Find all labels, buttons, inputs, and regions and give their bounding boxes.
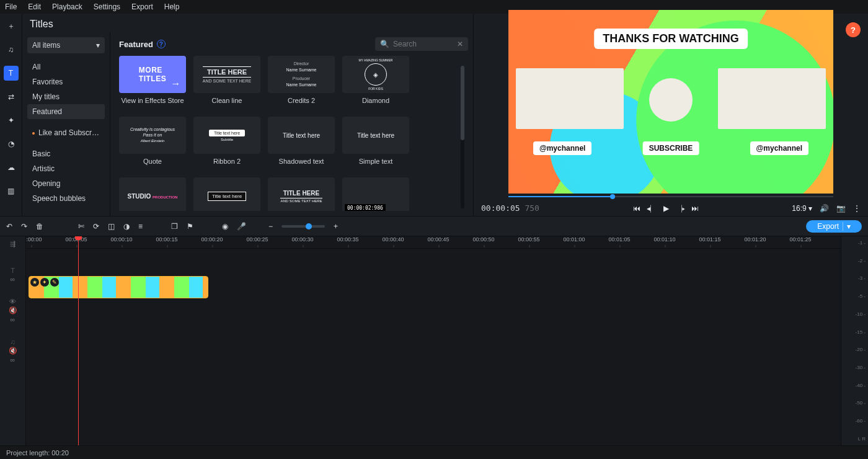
title-card[interactable]: 00:00:02:986 xyxy=(342,177,409,211)
export-caret-icon[interactable]: ▾ xyxy=(843,222,851,231)
project-length: Project length: 00:20 xyxy=(6,449,69,457)
menu-playback[interactable]: Playback xyxy=(52,2,82,11)
preview-sub-right: @mychannel xyxy=(750,141,808,155)
side-item[interactable]: Favorites xyxy=(27,74,105,89)
search-field[interactable]: 🔍 ✕ xyxy=(375,37,468,51)
title-card[interactable]: Title text here xyxy=(193,177,260,211)
delete-icon[interactable]: 🗑 xyxy=(36,222,43,231)
clear-icon[interactable]: ✕ xyxy=(457,40,463,48)
video-clip[interactable]: ★ ✦ ✎ xyxy=(29,276,208,298)
elements-icon[interactable]: ◔ xyxy=(4,136,19,151)
search-icon: 🔍 xyxy=(380,40,389,48)
menu-help[interactable]: Help xyxy=(164,2,180,11)
more-icon[interactable]: ⋮ xyxy=(853,204,861,213)
properties-icon[interactable]: ≡ xyxy=(138,222,143,231)
more-tools-icon[interactable]: ▥ xyxy=(4,184,19,198)
meter-mark: -60 - xyxy=(844,418,866,424)
record-icon[interactable]: ◉ xyxy=(222,222,228,231)
title-card[interactable]: MORETITLES→View in Effects Store xyxy=(119,56,186,104)
rotate-icon[interactable]: ⟳ xyxy=(93,222,99,231)
meter-mark: -50 - xyxy=(844,400,866,406)
link3-icon[interactable]: ∞ xyxy=(11,356,16,363)
effects-icon[interactable]: ✦ xyxy=(4,113,19,128)
category-dropdown[interactable]: All items ▾ xyxy=(27,37,105,53)
mic-icon[interactable]: 🎤 xyxy=(237,222,246,231)
redo-icon[interactable]: ↷ xyxy=(21,222,27,231)
marker-icon[interactable]: ⚑ xyxy=(187,222,193,231)
preview-sub-mid: SUBSCRIBE xyxy=(643,141,699,155)
titles-grid: MORETITLES→View in Effects StoreTITLE HE… xyxy=(119,56,462,211)
side-item[interactable]: All xyxy=(27,60,105,74)
side-item[interactable]: Speech bubbles xyxy=(27,191,105,206)
title-track-icon[interactable]: T xyxy=(11,267,15,274)
undo-icon[interactable]: ↶ xyxy=(6,222,12,231)
title-card[interactable]: TITLE HEREAND SOME TEXT HEREClean line xyxy=(193,56,260,104)
meter-mark: -30 - xyxy=(844,365,866,370)
skip-start-icon[interactable]: ⏮ xyxy=(633,204,640,213)
zoom-slider[interactable] xyxy=(281,225,325,228)
link-icon[interactable]: ∞ xyxy=(11,275,16,283)
preview-canvas[interactable]: THANKS FOR WATCHING @mychannel SUBSCRIBE… xyxy=(508,10,833,194)
aspect-ratio[interactable]: 16:9 ▾ xyxy=(792,204,812,213)
section-heading: Featured xyxy=(119,40,153,49)
timeline-body[interactable]: 00:00:0000:00:0500:00:1000:00:1500:00:20… xyxy=(26,236,841,445)
menu-settings[interactable]: Settings xyxy=(94,2,120,11)
crop-icon[interactable]: ◫ xyxy=(108,222,115,231)
title-card[interactable]: TITLE HEREAND SOME TEXT HERE xyxy=(268,177,335,211)
title-card[interactable]: STUDIO PRODUCTION xyxy=(119,177,186,211)
mute2-icon[interactable]: 🔇 xyxy=(9,347,17,355)
titles-panel: Titles All items ▾ AllFavoritesMy titles… xyxy=(22,14,474,216)
mute-icon[interactable]: 🔇 xyxy=(9,306,17,314)
timeline-toolbar: ↶ ↷ 🗑 ✄ ⟳ ◫ ◑ ≡ ❐ ⚑ ◉ 🎤 − + Export▾ xyxy=(0,216,868,236)
overlay-icon[interactable]: ❐ xyxy=(171,222,178,231)
export-button[interactable]: Export▾ xyxy=(806,220,862,233)
preview-seek-bar[interactable] xyxy=(508,194,833,200)
title-card[interactable]: Title text hereShadowed text xyxy=(268,117,335,165)
transitions-icon[interactable]: ⇄ xyxy=(4,89,19,104)
audio-meters: -1 --2 --3 --5 --10 --15 --20 --30 --40 … xyxy=(841,236,868,445)
playhead[interactable] xyxy=(78,236,79,445)
title-card[interactable]: Title text hereSubtitleRibbon 2 xyxy=(193,117,260,165)
menu-edit[interactable]: Edit xyxy=(28,2,41,11)
link2-icon[interactable]: ∞ xyxy=(11,316,16,323)
side-item[interactable]: Featured xyxy=(27,104,105,119)
step-forward-icon[interactable]: ⎹▸ xyxy=(675,204,685,213)
help-button[interactable]: ? xyxy=(846,22,861,37)
ruler-tick: 00:00:40 xyxy=(382,236,404,243)
side-item[interactable]: Like and Subscribe Pa... xyxy=(27,125,105,140)
search-input[interactable] xyxy=(393,40,453,48)
zoom-out-icon[interactable]: − xyxy=(268,222,273,231)
ruler-tick: 00:00:20 xyxy=(201,236,223,243)
add-media-icon[interactable]: ＋ xyxy=(4,19,19,33)
volume-icon[interactable]: 🔊 xyxy=(820,204,829,213)
side-item[interactable]: My titles xyxy=(27,89,105,104)
scrollbar-thumb[interactable] xyxy=(461,66,464,140)
title-card[interactable]: MY AMAZING SUMMER◈FOR KIDSDiamond xyxy=(342,56,409,104)
step-back-icon[interactable]: ◂⎸ xyxy=(647,204,657,213)
menu-file[interactable]: File xyxy=(5,2,17,11)
title-card[interactable]: Creativity is contagiousPass it onAlbert… xyxy=(119,117,186,165)
help-icon[interactable]: ? xyxy=(157,40,166,48)
color-icon[interactable]: ◑ xyxy=(123,222,130,231)
ruler-tick: 00:01:15 xyxy=(699,236,720,243)
timeline-ruler[interactable]: 00:00:0000:00:0500:00:1000:00:1500:00:20… xyxy=(26,236,841,249)
scrollbar-track[interactable] xyxy=(461,66,464,208)
menu-export[interactable]: Export xyxy=(131,2,153,11)
eye-icon[interactable]: 👁 xyxy=(9,298,16,305)
titles-icon[interactable]: T xyxy=(4,66,19,81)
cut-icon[interactable]: ✄ xyxy=(78,222,84,231)
side-item[interactable]: Artistic xyxy=(27,161,105,176)
title-card[interactable]: Title text hereSimple text xyxy=(342,117,409,165)
side-item[interactable]: Basic xyxy=(27,146,105,161)
play-icon[interactable]: ▶ xyxy=(663,204,669,213)
audio-icon[interactable]: ♫ xyxy=(4,42,19,57)
wizard-icon[interactable]: ⇶ xyxy=(10,240,16,248)
side-item[interactable]: Opening xyxy=(27,176,105,191)
music-track-icon[interactable]: ♫ xyxy=(10,338,15,345)
title-card[interactable]: DirectorName SurnameProducerName Surname… xyxy=(268,56,335,104)
skip-end-icon[interactable]: ⏭ xyxy=(691,204,699,213)
zoom-in-icon[interactable]: + xyxy=(334,222,338,231)
ruler-tick: 00:00:25 xyxy=(246,236,268,243)
stickers-icon[interactable]: ☁ xyxy=(4,160,19,175)
snapshot-icon[interactable]: 📷 xyxy=(836,204,846,213)
